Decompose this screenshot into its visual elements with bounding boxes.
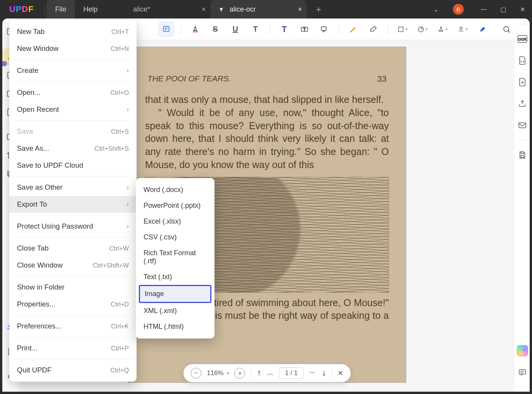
text-tool-icon[interactable]: T: [276, 21, 292, 37]
tab-alice-ocr[interactable]: ▾ alice-ocr ×: [210, 0, 307, 19]
export-image[interactable]: Image: [139, 285, 211, 303]
tab-strip: alice* × ▾ alice-ocr × ＋: [114, 0, 331, 19]
export-powerpoint[interactable]: PowerPoint (.pptx): [139, 198, 211, 214]
menu-close-window[interactable]: Close WindowCtrl+Shift+W: [9, 257, 137, 274]
export-submenu: Word (.docx) PowerPoint (.pptx) Excel (.…: [136, 178, 214, 338]
shape-icon[interactable]: [394, 21, 410, 37]
compress-icon[interactable]: [515, 74, 530, 90]
svg-text:OCR: OCR: [518, 37, 527, 41]
menu-file[interactable]: File: [47, 0, 75, 19]
callout-icon[interactable]: [316, 21, 333, 37]
svg-point-17: [504, 26, 509, 31]
close-icon[interactable]: ×: [201, 5, 206, 13]
prev-page-icon[interactable]: ︿: [267, 369, 274, 378]
page-indicator[interactable]: 1 / 1: [279, 367, 304, 379]
menu-save: SaveCtrl+S: [9, 123, 137, 140]
new-tab-button[interactable]: ＋: [307, 0, 331, 19]
avatar[interactable]: B: [453, 4, 464, 15]
sticker-icon[interactable]: [414, 21, 431, 37]
page-header-title: THE POOI OF TEARS.: [147, 74, 231, 84]
zoom-dropdown[interactable]: 116%: [207, 369, 229, 377]
ocr-icon[interactable]: OCR: [515, 31, 530, 47]
email-icon[interactable]: [515, 118, 530, 133]
menu-preferences[interactable]: Preferences...Ctrl+K: [9, 318, 137, 335]
svg-rect-20: [519, 123, 526, 128]
strikethrough-icon[interactable]: S: [207, 21, 223, 37]
svg-rect-9: [164, 26, 169, 31]
export-text[interactable]: Text (.txt): [139, 269, 211, 285]
tab-label: alice*: [133, 5, 150, 13]
note-icon[interactable]: [158, 21, 174, 37]
right-sidebar: OCR: [515, 19, 530, 392]
menu-help[interactable]: Help: [75, 0, 106, 19]
menu-new-window[interactable]: New WindowCtrl+N: [9, 40, 137, 57]
export-csv[interactable]: CSV (.csv): [139, 229, 211, 245]
zoom-bar: − 116% ＋ ⤒ ︿ 1 / 1 ﹀ ⤓ ✕: [183, 364, 351, 382]
pen-sign-icon[interactable]: [475, 21, 491, 37]
export-xml[interactable]: XML (.xml): [139, 303, 211, 319]
export-rtf[interactable]: Rich Text Format (.rtf): [139, 245, 211, 269]
menu-print[interactable]: Print...Ctrl+P: [9, 340, 137, 357]
export-excel[interactable]: Excel (.xlsx): [139, 214, 211, 229]
menu-save-other[interactable]: Save as Other›: [9, 179, 137, 196]
ai-assistant-icon[interactable]: [515, 343, 530, 359]
zoom-out-button[interactable]: −: [191, 368, 201, 379]
search-icon[interactable]: [498, 21, 515, 37]
close-zoombar-icon[interactable]: ✕: [338, 369, 343, 377]
comments-icon[interactable]: [515, 365, 530, 380]
menu-new-tab[interactable]: New TabCtrl+T: [9, 23, 137, 40]
menu-export-to[interactable]: Export To›: [9, 196, 137, 213]
pencil-icon[interactable]: [345, 21, 361, 37]
svg-rect-10: [193, 31, 198, 32]
svg-rect-22: [521, 155, 524, 158]
page-number: 33: [377, 74, 387, 84]
menu-show-folder[interactable]: Show in Folder: [9, 279, 137, 296]
tabs-dropdown-icon[interactable]: ⌄: [426, 6, 446, 13]
tab-menu-icon[interactable]: ▾: [220, 5, 223, 13]
svg-text:T: T: [303, 27, 306, 31]
eraser-icon[interactable]: [365, 21, 382, 37]
convert-icon[interactable]: [515, 53, 530, 68]
svg-rect-23: [519, 370, 526, 374]
export-word[interactable]: Word (.docx): [139, 182, 211, 198]
menu-open[interactable]: Open...Ctrl+O: [9, 84, 137, 101]
svg-rect-14: [399, 27, 403, 32]
titlebar: UPDF File Help alice* × ▾ alice-ocr × ＋ …: [0, 0, 532, 19]
app-logo: UPDF: [0, 0, 43, 19]
menu-open-recent[interactable]: Open Recent›: [9, 101, 137, 118]
save-icon[interactable]: [515, 147, 530, 163]
menu-properties[interactable]: Properties...Ctrl+D: [9, 296, 137, 313]
textbox-icon[interactable]: T: [296, 21, 312, 37]
share-icon[interactable]: [515, 96, 530, 111]
underline-icon[interactable]: U: [227, 21, 243, 37]
squiggly-icon[interactable]: T: [247, 21, 263, 37]
file-menu: New TabCtrl+T New WindowCtrl+N Create› O…: [9, 20, 137, 382]
svg-rect-21: [521, 152, 524, 154]
last-page-icon[interactable]: ⤓: [321, 370, 326, 377]
menu-save-as[interactable]: Save As...Ctrl+Shift+S: [9, 140, 137, 157]
stamp-icon[interactable]: [434, 21, 451, 37]
menu-protect[interactable]: Protect Using Password›: [9, 218, 137, 235]
tab-alice[interactable]: alice* ×: [114, 0, 210, 19]
minimize-button[interactable]: ―: [474, 6, 493, 13]
menu-close-tab[interactable]: Close TabCtrl+W: [9, 240, 137, 257]
export-html[interactable]: HTML (.html): [139, 319, 211, 335]
first-page-icon[interactable]: ⤒: [257, 370, 262, 377]
next-page-icon[interactable]: ﹀: [309, 369, 316, 378]
zoom-in-button[interactable]: ＋: [235, 368, 245, 379]
svg-point-16: [460, 27, 462, 29]
close-window-button[interactable]: ✕: [513, 6, 532, 13]
signature-icon[interactable]: [454, 21, 471, 37]
maximize-button[interactable]: ▢: [493, 6, 513, 13]
highlight-text-icon[interactable]: [187, 21, 203, 37]
tab-label: alice-ocr: [230, 5, 256, 13]
menu-create[interactable]: Create›: [9, 62, 137, 79]
menu-save-cloud[interactable]: Save to UPDF Cloud: [9, 157, 137, 174]
menu-quit[interactable]: Quit UPDFCtrl+Q: [9, 362, 137, 379]
svg-rect-13: [321, 27, 326, 30]
close-icon[interactable]: ×: [298, 5, 302, 13]
